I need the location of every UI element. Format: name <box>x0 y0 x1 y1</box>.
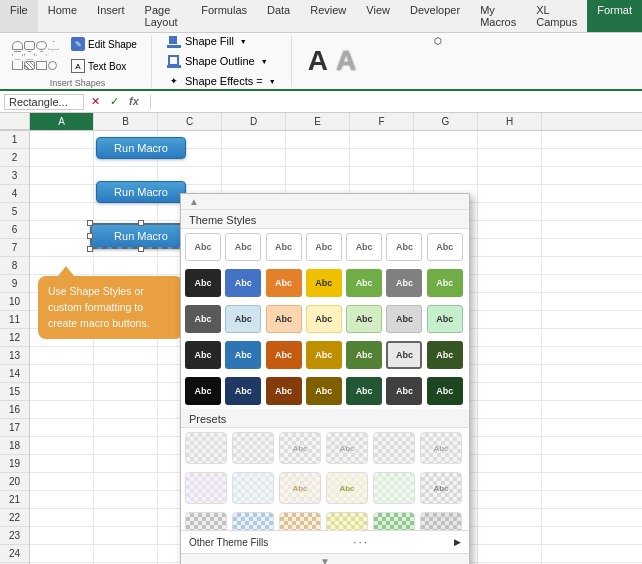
preset-16[interactable] <box>326 512 368 530</box>
formula-input[interactable] <box>155 96 638 108</box>
style-blue-solid[interactable]: Abc <box>225 269 261 297</box>
grid-cell[interactable] <box>414 131 478 148</box>
grid-cell[interactable] <box>30 545 94 562</box>
edit-shape-button[interactable]: ✎ Edit Shape <box>65 34 143 54</box>
formula-confirm-icon[interactable]: ✓ <box>107 94 122 109</box>
style-orange-medium2[interactable]: Abc <box>266 341 302 369</box>
preset-13[interactable] <box>185 512 227 530</box>
preset-2[interactable] <box>232 432 274 464</box>
style-black2[interactable]: Abc <box>185 377 221 405</box>
grid-cell[interactable] <box>94 437 158 454</box>
grid-cell[interactable] <box>350 149 414 166</box>
grid-cell[interactable] <box>94 365 158 382</box>
handle-tl[interactable] <box>87 220 93 226</box>
grid-cell[interactable] <box>478 527 542 544</box>
handle-ml[interactable] <box>87 233 93 239</box>
dropdown-scroll-down[interactable]: ▼ <box>320 556 330 564</box>
grid-cell[interactable] <box>350 131 414 148</box>
preset-10[interactable]: Abc <box>326 472 368 504</box>
grid-cell[interactable] <box>222 149 286 166</box>
preset-12[interactable]: Abc <box>420 472 462 504</box>
formula-function-icon[interactable]: fx <box>126 94 142 109</box>
grid-cell[interactable] <box>478 149 542 166</box>
dropdown-scroll-area[interactable]: Theme Styles Abc Abc Abc Abc Abc Abc Abc… <box>181 210 469 530</box>
grid-cell[interactable] <box>478 365 542 382</box>
grid-cell[interactable] <box>94 545 158 562</box>
text-box-button[interactable]: A Text Box <box>65 56 143 76</box>
grid-cell[interactable] <box>286 149 350 166</box>
grid-cell[interactable] <box>414 149 478 166</box>
style-darkgreen2[interactable]: Abc <box>346 377 382 405</box>
style-gray-selected[interactable]: Abc <box>386 341 422 369</box>
grid-cell[interactable] <box>478 473 542 490</box>
style-nearblack[interactable]: Abc <box>185 341 221 369</box>
grid-cell[interactable] <box>30 509 94 526</box>
grid-cell[interactable] <box>30 455 94 472</box>
grid-cell[interactable] <box>478 455 542 472</box>
style-outline-1[interactable]: Abc <box>225 233 261 261</box>
tab-view[interactable]: View <box>356 0 400 32</box>
preset-15[interactable] <box>279 512 321 530</box>
grid-cell[interactable] <box>30 473 94 490</box>
style-blue-medium2[interactable]: Abc <box>225 341 261 369</box>
style-orange-solid[interactable]: Abc <box>266 269 302 297</box>
shape-fill-dropdown-icon[interactable]: ▼ <box>240 38 247 45</box>
grid-cell[interactable] <box>30 149 94 166</box>
style-gray-light[interactable]: Abc <box>386 305 422 333</box>
grid-cell[interactable] <box>286 131 350 148</box>
style-outline-4[interactable]: Abc <box>346 233 382 261</box>
grid-cell[interactable] <box>478 509 542 526</box>
style-darkblue[interactable]: Abc <box>225 377 261 405</box>
run-macro-button-1[interactable]: Run Macro <box>96 137 186 159</box>
grid-cell[interactable] <box>478 167 542 184</box>
grid-cell[interactable] <box>478 491 542 508</box>
grid-cell[interactable] <box>478 185 542 202</box>
grid-cell[interactable] <box>30 527 94 544</box>
preset-9[interactable]: Abc <box>279 472 321 504</box>
grid-cell[interactable] <box>478 239 542 256</box>
grid-cell[interactable] <box>30 185 94 202</box>
grid-cell[interactable] <box>30 437 94 454</box>
tab-insert[interactable]: Insert <box>87 0 135 32</box>
grid-cell[interactable] <box>94 527 158 544</box>
grid-cell[interactable] <box>478 203 542 220</box>
shape-outline-dropdown-icon[interactable]: ▼ <box>261 58 268 65</box>
col-header-h[interactable]: H <box>478 113 542 130</box>
style-darkyellow[interactable]: Abc <box>306 377 342 405</box>
tab-my-macros[interactable]: My Macros <box>470 0 526 32</box>
col-header-a[interactable]: A <box>30 113 94 130</box>
handle-bl[interactable] <box>87 246 93 252</box>
style-green-light[interactable]: Abc <box>346 305 382 333</box>
style-darkgreen3[interactable]: Abc <box>427 377 463 405</box>
grid-cell[interactable] <box>30 167 94 184</box>
tab-xl-campus[interactable]: XL Campus <box>526 0 587 32</box>
grid-cell[interactable] <box>30 419 94 436</box>
grid-cell[interactable] <box>30 383 94 400</box>
grid-cell[interactable] <box>30 221 94 238</box>
style-gray-solid[interactable]: Abc <box>386 269 422 297</box>
grid-cell[interactable] <box>30 203 94 220</box>
preset-18[interactable] <box>420 512 462 530</box>
col-header-c[interactable]: C <box>158 113 222 130</box>
grid-cell[interactable] <box>478 545 542 562</box>
style-yellow-light[interactable]: Abc <box>306 305 342 333</box>
handle-tm[interactable] <box>138 220 144 226</box>
shape-fill-button[interactable]: Shape Fill ▼ <box>160 31 283 51</box>
preset-11[interactable] <box>373 472 415 504</box>
grid-cell[interactable] <box>350 167 414 184</box>
grid-cell[interactable] <box>94 401 158 418</box>
grid-cell[interactable] <box>478 221 542 238</box>
grid-cell[interactable] <box>478 329 542 346</box>
grid-cell[interactable] <box>30 239 94 256</box>
grid-cell[interactable] <box>478 347 542 364</box>
tab-page-layout[interactable]: Page Layout <box>135 0 192 32</box>
grid-cell[interactable] <box>478 383 542 400</box>
preset-1[interactable] <box>185 432 227 464</box>
grid-cell[interactable] <box>94 257 158 274</box>
formula-cancel-icon[interactable]: ✕ <box>88 94 103 109</box>
style-orange-light[interactable]: Abc <box>266 305 302 333</box>
tab-format[interactable]: Format <box>587 0 642 32</box>
style-outline-6[interactable]: Abc <box>427 233 463 261</box>
grid-cell[interactable] <box>94 203 158 220</box>
style-darkgreen[interactable]: Abc <box>427 341 463 369</box>
